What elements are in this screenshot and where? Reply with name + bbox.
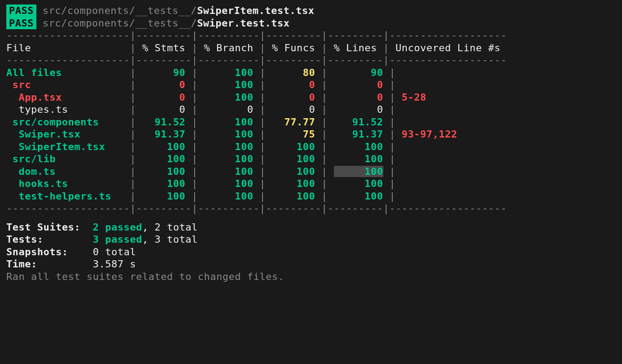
summary-suites-label: Test Suites:: [6, 222, 87, 233]
pipe: |: [191, 191, 198, 202]
pipe: |: [383, 203, 390, 214]
pipe: |: [389, 92, 395, 103]
hr: ---------: [136, 30, 192, 41]
cell-lines: 100: [334, 141, 383, 152]
hr: ---------: [328, 203, 383, 214]
pipe: |: [130, 153, 136, 164]
pipe: |: [130, 191, 136, 202]
pipe: |: [260, 129, 266, 140]
pipe: |: [260, 92, 266, 103]
cell-uncovered: [395, 191, 513, 202]
pipe: |: [130, 129, 136, 140]
col-lines: % Lines: [328, 42, 383, 53]
cell-branch: 100: [198, 178, 259, 189]
pipe: |: [321, 129, 328, 140]
cell-funcs: 0: [266, 92, 321, 103]
cell-branch: 100: [198, 166, 259, 177]
test-results-list: PASS src/components/__tests__/SwiperItem…: [6, 4, 616, 29]
pipe: |: [389, 153, 395, 164]
cell-uncovered: [395, 79, 513, 90]
pipe: |: [260, 153, 266, 164]
pipe: |: [321, 191, 328, 202]
pipe: |: [130, 104, 136, 115]
pad: [328, 191, 334, 202]
pipe: |: [389, 178, 395, 189]
pad: [383, 153, 390, 164]
cell-stmts: 100: [136, 141, 192, 152]
pipe: |: [191, 141, 198, 152]
pipe: |: [191, 116, 198, 128]
hr: -------------------: [389, 203, 506, 214]
pipe: |: [191, 203, 198, 214]
col-file: File: [6, 42, 130, 53]
pipe: |: [191, 178, 198, 189]
pipe: |: [191, 166, 198, 177]
test-file: SwiperItem.test.tsx: [197, 5, 314, 16]
cell-file: App.tsx: [6, 92, 130, 103]
cell-uncovered: 5-28: [395, 92, 513, 103]
pipe: |: [130, 92, 136, 103]
cell-branch: 100: [198, 92, 259, 103]
hr: -------------------: [389, 54, 506, 66]
pad: [328, 79, 334, 90]
hr: --------------------: [6, 54, 130, 66]
pipe: |: [321, 104, 328, 115]
cell-funcs: 100: [266, 153, 321, 164]
pipe: |: [383, 54, 390, 66]
pad: [328, 153, 334, 164]
cell-lines: 91.37: [334, 129, 383, 140]
cell-branch: 100: [198, 79, 259, 90]
pipe: |: [321, 42, 328, 53]
cell-uncovered: [395, 153, 513, 164]
hr: ---------: [328, 30, 383, 41]
hr: ---------: [136, 203, 192, 214]
cell-funcs: 77.77: [266, 116, 321, 128]
test-summary: Test Suites: 2 passed, 2 totalTests: 3 p…: [6, 215, 616, 283]
pipe: |: [389, 141, 395, 152]
pipe: |: [321, 141, 328, 152]
pipe: |: [260, 42, 266, 53]
hr: ---------: [266, 30, 321, 41]
pipe: |: [191, 129, 198, 140]
pipe: |: [389, 191, 395, 202]
cell-file: dom.ts: [6, 166, 130, 177]
cell-lines: 0: [334, 104, 383, 115]
test-result-line: PASS src/components/__tests__/Swiper.tes…: [6, 17, 616, 30]
cell-lines: 100: [334, 153, 383, 164]
pipe: |: [260, 166, 266, 177]
pad: [383, 116, 390, 128]
pad: [328, 92, 334, 103]
cell-stmts: 100: [136, 178, 192, 189]
pad: [383, 104, 390, 115]
cell-lines: 90: [334, 67, 383, 78]
cell-lines: 91.52: [334, 116, 383, 128]
pipe: |: [321, 153, 328, 164]
hr: ---------: [328, 54, 383, 66]
pipe: |: [389, 166, 395, 177]
cell-funcs: 100: [266, 141, 321, 152]
pipe: |: [260, 30, 266, 41]
pipe: |: [389, 67, 395, 78]
pipe: |: [130, 42, 136, 53]
cell-funcs: 75: [266, 129, 321, 140]
pipe: |: [260, 67, 266, 78]
col-funcs: % Funcs: [266, 42, 321, 53]
pipe: |: [130, 116, 136, 128]
cell-file: src/lib: [6, 153, 130, 164]
pad: [328, 141, 334, 152]
pipe: |: [260, 203, 266, 214]
pipe: |: [191, 153, 198, 164]
cell-branch: 100: [198, 116, 259, 128]
pipe: |: [260, 116, 266, 128]
hr: -------------------: [389, 30, 506, 41]
hr: ----------: [198, 30, 259, 41]
cell-uncovered: [395, 67, 513, 78]
pipe: |: [321, 79, 328, 90]
cell-file: Swiper.tsx: [6, 129, 130, 140]
summary-snapshots-label: Snapshots:: [6, 246, 87, 257]
cell-funcs: 0: [266, 79, 321, 90]
summary-suites-passed: 2 passed: [93, 222, 142, 233]
pipe: |: [191, 42, 198, 53]
pipe: |: [191, 54, 198, 66]
pad: [383, 129, 390, 140]
